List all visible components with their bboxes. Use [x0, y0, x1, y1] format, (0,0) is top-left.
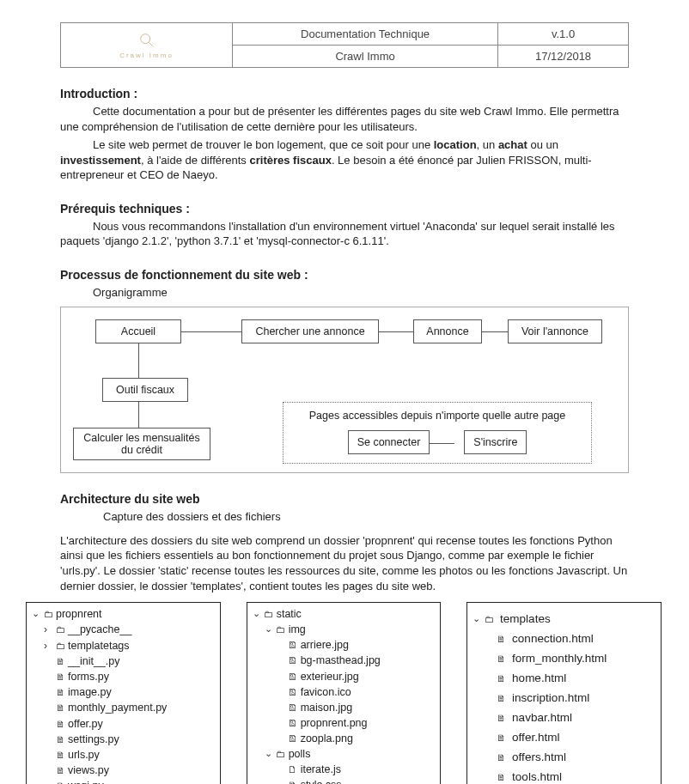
- svg-line-1: [149, 42, 153, 46]
- folder-icon: 🗀: [54, 623, 66, 637]
- bold-criteres: critères fiscaux: [249, 154, 331, 167]
- header-version: v.1.0: [498, 23, 629, 46]
- magnifier-icon: [137, 31, 156, 50]
- image-icon: 🖻: [287, 671, 299, 684]
- folder-icon: 🗀: [275, 748, 287, 762]
- image-icon: 🖻: [287, 654, 299, 668]
- file-label: form_monthly.html: [512, 652, 607, 665]
- flow-annonce: Annonce: [413, 319, 482, 343]
- file-icon: 🗎: [495, 769, 507, 784]
- text: Le site web permet de trouver le bon log…: [93, 138, 434, 151]
- flowchart: Accueil Chercher une annonce Annonce Voi…: [60, 307, 629, 473]
- folder-icon: 🗀: [275, 623, 287, 637]
- image-icon: 🖻: [287, 686, 299, 700]
- folder-label: propnrent: [56, 608, 102, 620]
- file-icon: 🗎: [495, 690, 507, 707]
- folder-icon: 🗀: [54, 640, 66, 653]
- folder-label: static: [277, 608, 302, 620]
- tree-static: 🗀static 🗀img 🖻arriere.jpg 🖻bg-masthead.j…: [247, 602, 442, 784]
- folder-label: polls: [289, 748, 311, 760]
- heading-introduction: Introduction :: [60, 87, 629, 100]
- file-label: image.py: [68, 686, 112, 698]
- file-icon: 🗎: [54, 686, 66, 700]
- flow-line: [181, 331, 241, 332]
- image-icon: 🖻: [287, 639, 299, 653]
- file-icon: 🗋: [287, 763, 299, 777]
- text: ou un: [527, 138, 558, 151]
- file-label: navbar.html: [512, 711, 572, 724]
- file-label: bg-masthead.jpg: [301, 654, 381, 666]
- flow-calc: Calculer les mensualités du crédit: [73, 428, 210, 460]
- flow-connect: Se connecter: [348, 430, 430, 454]
- processus-sub: Organigramme: [60, 285, 629, 301]
- file-icon: 🗎: [54, 780, 66, 784]
- file-label: inscription.html: [512, 691, 589, 704]
- heading-architecture: Architecture du site web: [60, 492, 629, 506]
- file-icon: 🗎: [495, 631, 507, 647]
- file-label: home.html: [512, 672, 566, 684]
- file-label: offer.py: [68, 718, 103, 730]
- flow-chercher: Chercher une annonce: [241, 319, 379, 343]
- flow-accueil: Accueil: [95, 319, 181, 343]
- header-date: 17/12/2018: [498, 46, 629, 68]
- header-table: Crawl Immo Documentation Technique v.1.0…: [60, 22, 629, 68]
- svg-point-0: [140, 34, 149, 44]
- file-icon: 🗎: [54, 733, 66, 747]
- flow-outil: Outil fiscaux: [102, 378, 188, 402]
- flow-pages-title: Pages accessibles depuis n'importe quell…: [292, 410, 582, 422]
- tree-propnrent: 🗀propnrent 🗀__pycache__ 🗀templatetags 🗎_…: [26, 602, 221, 784]
- file-label: monthly_payment.py: [68, 702, 167, 714]
- architecture-sub: Capture des dossiers et des fichiers: [60, 509, 629, 525]
- folder-label: templates: [500, 612, 551, 625]
- flow-inscrire: S'inscrire: [464, 430, 527, 454]
- prerequis-paragraph: Nous vous recommandons l'installation d'…: [60, 219, 629, 249]
- file-label: __init__.py: [68, 655, 119, 667]
- file-label: maison.jpg: [301, 702, 352, 714]
- folder-label: templatetags: [68, 640, 130, 652]
- file-label: wsgi.py: [68, 780, 104, 784]
- heading-processus: Processus de fonctionnement du site web …: [60, 268, 629, 282]
- file-icon: 🗎: [54, 702, 66, 715]
- image-icon: 🖻: [287, 717, 299, 731]
- intro-paragraph-2: Le site web permet de trouver le bon log…: [60, 137, 629, 183]
- logo-caption: Crawl Immo: [119, 52, 174, 59]
- file-icon: 🗎: [495, 671, 507, 687]
- file-label: tools.html: [512, 770, 562, 783]
- flow-line: [138, 343, 139, 378]
- file-label: propnrent.png: [301, 717, 368, 729]
- file-label: settings.py: [68, 733, 119, 745]
- text: , à l'aide de différents: [141, 154, 250, 167]
- text: , un: [477, 138, 498, 151]
- flow-line: [379, 331, 413, 332]
- flow-line: [138, 402, 139, 428]
- folder-icon: 🗀: [263, 608, 275, 622]
- file-label: connection.html: [512, 632, 594, 645]
- file-label: views.py: [68, 764, 109, 776]
- flow-voir: Voir l'annonce: [508, 319, 602, 343]
- file-label: arriere.jpg: [301, 639, 349, 651]
- flow-line: [429, 443, 454, 444]
- file-label: urls.py: [68, 749, 100, 761]
- file-label: zoopla.png: [301, 732, 353, 744]
- folder-icon: 🗀: [42, 608, 54, 622]
- file-icon: 🗎: [54, 718, 66, 732]
- folder-label: __pycache__: [68, 623, 131, 635]
- architecture-paragraph: L'architecture des dossiers du site web …: [60, 533, 629, 593]
- file-label: offer.html: [512, 731, 559, 744]
- image-icon: 🖻: [287, 732, 299, 746]
- file-icon: 🗎: [54, 749, 66, 763]
- file-label: exterieur.jpg: [301, 671, 359, 683]
- file-label: style.css: [301, 779, 342, 784]
- tree-templates: 🗀 templates 🗎 connection.html 🗎 form_mon…: [466, 602, 662, 784]
- file-label: offers.html: [512, 751, 566, 763]
- header-doc-title: Documentation Technique: [233, 23, 498, 46]
- file-label: iterate.js: [301, 763, 341, 775]
- intro-paragraph-1: Cette documentation a pour but de présen…: [60, 104, 629, 134]
- file-icon: 🗎: [54, 764, 66, 778]
- file-label: forms.py: [68, 671, 109, 683]
- flow-line: [482, 331, 508, 332]
- folder-icon: 🗀: [483, 611, 495, 628]
- folder-label: img: [289, 623, 306, 635]
- bold-achat: achat: [498, 138, 527, 151]
- file-icon: 🗎: [54, 655, 66, 669]
